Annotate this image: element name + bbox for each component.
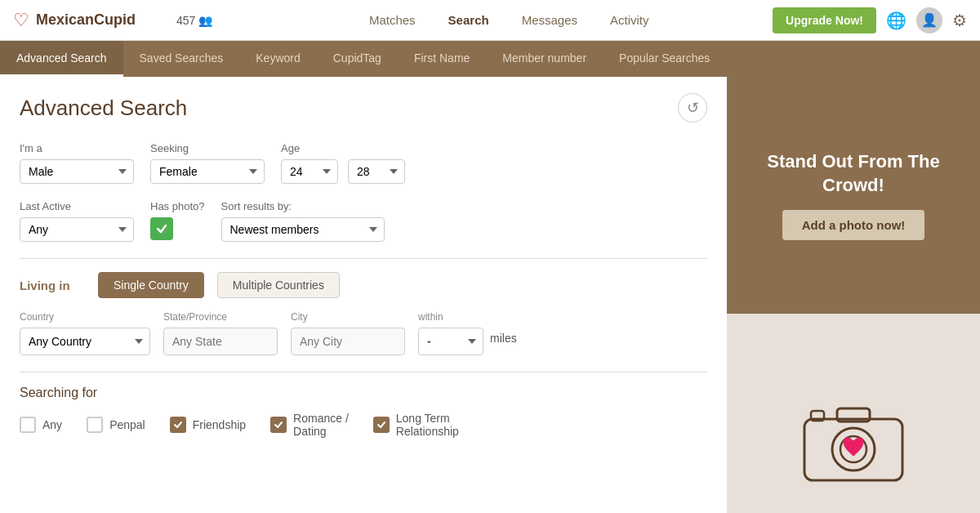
has-photo-group: Has photo? bbox=[150, 200, 205, 240]
checkbox-penpal[interactable]: Penpal bbox=[87, 417, 145, 433]
last-active-label: Last Active bbox=[20, 200, 134, 212]
nav-links: Matches Search Messages Activity bbox=[245, 13, 773, 27]
within-select[interactable]: - 25 50 100 200 bbox=[418, 328, 483, 355]
search-title-row: Advanced Search ↺ bbox=[20, 93, 707, 123]
age-group: Age 18202224262830 242628303540 bbox=[281, 142, 405, 184]
checkbox-row: Any Penpal Friendship bbox=[20, 412, 707, 438]
age-to-select[interactable]: 242628303540 bbox=[348, 159, 405, 184]
within-label: within bbox=[418, 311, 517, 323]
camera-svg bbox=[796, 390, 911, 488]
penpal-checkbox-box bbox=[87, 417, 103, 433]
friendship-label: Friendship bbox=[193, 418, 246, 431]
has-photo-label: Has photo? bbox=[150, 200, 205, 212]
ad-box-top: Stand Out From The Crowd! Add a photo no… bbox=[727, 77, 980, 314]
nav-messages[interactable]: Messages bbox=[522, 13, 577, 27]
miles-label: miles bbox=[490, 332, 517, 345]
subnav-membernumber[interactable]: Member number bbox=[486, 41, 603, 77]
searching-for-section: Searching for Any Penpal Frien bbox=[20, 386, 707, 438]
longterm-label: Long TermRelationship bbox=[396, 412, 459, 438]
logo-heart-icon: ♡ bbox=[13, 10, 29, 31]
city-input[interactable] bbox=[291, 328, 405, 355]
romance-checkbox-box bbox=[270, 417, 287, 433]
age-from-select[interactable]: 18202224262830 bbox=[281, 159, 338, 184]
state-input[interactable] bbox=[163, 328, 278, 355]
country-group: Country Any Country Mexico United States… bbox=[20, 311, 150, 355]
sort-group: Sort results by: Newest members Oldest m… bbox=[221, 200, 385, 242]
single-country-tab[interactable]: Single Country bbox=[98, 272, 204, 298]
avatar[interactable]: 👤 bbox=[916, 7, 942, 33]
settings-icon[interactable]: ⚙ bbox=[952, 11, 967, 30]
city-group: City bbox=[291, 311, 405, 355]
any-label: Any bbox=[42, 418, 62, 431]
has-photo-checkbox[interactable] bbox=[150, 217, 173, 240]
subnav-keyword[interactable]: Keyword bbox=[239, 41, 316, 77]
last-active-select[interactable]: Any Today This week This month bbox=[20, 217, 134, 242]
location-row: Country Any Country Mexico United States… bbox=[20, 311, 707, 355]
ad-box-bottom: Our ♥ Dating Journey bbox=[727, 314, 980, 513]
seeking-select[interactable]: Male Female Any bbox=[150, 159, 265, 184]
penpal-label: Penpal bbox=[109, 418, 145, 431]
sub-nav: Advanced Search Saved Searches Keyword C… bbox=[0, 41, 980, 77]
romance-check-icon bbox=[274, 420, 283, 430]
page-title: Advanced Search bbox=[20, 96, 187, 121]
subnav-saved-searches[interactable]: Saved Searches bbox=[123, 41, 240, 77]
romance-label: Romance /Dating bbox=[293, 412, 349, 438]
within-group: within - 25 50 100 200 miles bbox=[418, 311, 517, 355]
divider-1 bbox=[20, 258, 707, 259]
state-group: State/Province bbox=[163, 311, 278, 355]
city-label: City bbox=[291, 311, 405, 323]
checkbox-friendship[interactable]: Friendship bbox=[170, 417, 246, 433]
multiple-countries-tab[interactable]: Multiple Countries bbox=[217, 272, 340, 298]
seeking-group: Seeking Male Female Any bbox=[150, 142, 265, 184]
nav-search[interactable]: Search bbox=[448, 13, 489, 27]
subnav-firstname[interactable]: First Name bbox=[398, 41, 486, 77]
im-a-label: I'm a bbox=[20, 142, 134, 154]
age-selects: 18202224262830 242628303540 bbox=[281, 159, 405, 184]
divider-2 bbox=[20, 372, 707, 372]
top-nav: ♡ MexicanCupid 457 👥 Matches Search Mess… bbox=[0, 0, 980, 41]
subnav-popular[interactable]: Popular Searches bbox=[603, 41, 726, 77]
camera-illustration bbox=[727, 358, 980, 513]
im-a-group: I'm a Male Female bbox=[20, 142, 134, 184]
logo: ♡ MexicanCupid bbox=[13, 10, 160, 31]
reset-button[interactable]: ↺ bbox=[678, 93, 707, 123]
living-in-row: Living in Single Country Multiple Countr… bbox=[20, 272, 707, 298]
seeking-label: Seeking bbox=[150, 142, 265, 154]
form-row-filters: Last Active Any Today This week This mon… bbox=[20, 200, 707, 242]
last-active-group: Last Active Any Today This week This mon… bbox=[20, 200, 134, 242]
main-layout: Advanced Search ↺ I'm a Male Female Seek… bbox=[0, 77, 980, 513]
any-checkbox-box bbox=[20, 417, 36, 433]
ad-headline: Stand Out From The Crowd! bbox=[743, 150, 964, 197]
nav-right: Upgrade Now! 🌐 👤 ⚙ bbox=[773, 7, 967, 33]
country-label: Country bbox=[20, 311, 150, 323]
upgrade-button[interactable]: Upgrade Now! bbox=[773, 7, 876, 33]
checkbox-romance[interactable]: Romance /Dating bbox=[270, 412, 349, 438]
checkmark-icon bbox=[156, 223, 167, 234]
country-select[interactable]: Any Country Mexico United States Canada bbox=[20, 328, 150, 355]
checkbox-longterm[interactable]: Long TermRelationship bbox=[373, 412, 459, 438]
notifications-count: 457 bbox=[176, 14, 195, 27]
avatar-icon: 👤 bbox=[921, 12, 938, 28]
nav-activity[interactable]: Activity bbox=[610, 13, 649, 27]
state-label: State/Province bbox=[163, 311, 278, 323]
friendship-check-icon bbox=[173, 420, 183, 430]
logo-text: MexicanCupid bbox=[36, 11, 136, 29]
living-in-label: Living in bbox=[20, 279, 85, 292]
sort-select[interactable]: Newest members Oldest members Last activ… bbox=[221, 217, 385, 242]
age-label: Age bbox=[281, 142, 405, 154]
im-a-select[interactable]: Male Female bbox=[20, 159, 134, 184]
nav-matches[interactable]: Matches bbox=[369, 13, 416, 27]
subnav-advanced-search[interactable]: Advanced Search bbox=[0, 41, 123, 77]
sort-label: Sort results by: bbox=[221, 200, 385, 212]
checkbox-any[interactable]: Any bbox=[20, 417, 62, 433]
search-panel: Advanced Search ↺ I'm a Male Female Seek… bbox=[0, 77, 727, 513]
longterm-checkbox-box bbox=[373, 417, 390, 433]
globe-icon[interactable]: 🌐 bbox=[886, 11, 906, 30]
ad-cta-button[interactable]: Add a photo now! bbox=[782, 210, 925, 240]
subnav-cupidtag[interactable]: CupidTag bbox=[317, 41, 398, 77]
notifications-badge[interactable]: 457 👥 bbox=[176, 14, 212, 27]
users-icon: 👥 bbox=[198, 14, 212, 27]
longterm-check-icon bbox=[376, 420, 386, 430]
friendship-checkbox-box bbox=[170, 417, 186, 433]
form-row-identity: I'm a Male Female Seeking Male Female An… bbox=[20, 142, 707, 184]
